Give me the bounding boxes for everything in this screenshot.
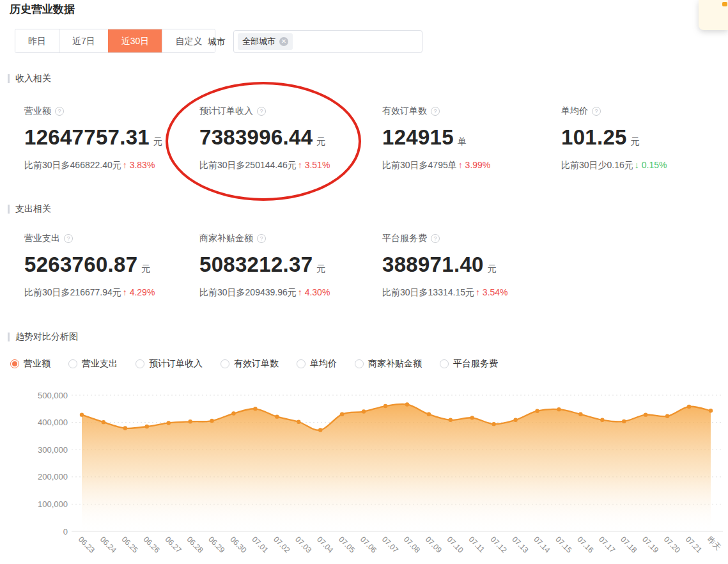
metric-value: 7383996.44 — [199, 125, 313, 150]
compare-delta: ↓ 0.15% — [635, 160, 667, 170]
help-icon[interactable]: ? — [55, 107, 64, 116]
metric-value: 5263760.87 — [24, 253, 137, 277]
help-icon[interactable]: ? — [64, 234, 73, 243]
tab-last-7-days[interactable]: 近7日 — [59, 29, 108, 52]
city-tag: 全部城市 ✕ — [238, 33, 293, 50]
help-icon[interactable]: ? — [431, 107, 440, 116]
svg-text:07.05: 07.05 — [337, 535, 357, 554]
metric-value: 12647757.31 — [24, 125, 150, 150]
radio-label: 营业额 — [24, 358, 50, 370]
compare-text: 比前30日多216677.94元 — [24, 287, 121, 297]
svg-text:07.07: 07.07 — [380, 535, 400, 554]
svg-text:07.16: 07.16 — [575, 535, 595, 554]
tag-close-icon[interactable]: ✕ — [279, 37, 288, 46]
metric-card-valid-orders: 有效订单数 ? 124915 单 比前30日多4795单↑ 3.99% — [382, 105, 490, 171]
metric-card-platform-service-fee: 平台服务费 ? 388971.40 元 比前30日多13314.15元↑ 3.5… — [382, 232, 508, 299]
radio-icon — [355, 359, 364, 368]
svg-text:07.09: 07.09 — [424, 535, 444, 554]
svg-text:07.18: 07.18 — [619, 535, 639, 554]
svg-text:200,000: 200,000 — [38, 472, 68, 482]
compare-text: 比前30日多250144.46元 — [199, 160, 297, 170]
svg-text:07.17: 07.17 — [597, 535, 617, 554]
city-select[interactable]: 全部城市 ✕ — [233, 30, 422, 53]
radio-icon — [297, 359, 306, 368]
help-icon[interactable]: ? — [592, 107, 601, 116]
radio-option-operating-expense[interactable]: 营业支出 — [68, 358, 118, 370]
radio-label: 营业支出 — [82, 358, 118, 370]
svg-text:100,000: 100,000 — [38, 499, 68, 509]
help-icon[interactable]: ? — [257, 107, 266, 116]
metric-card-merchant-subsidy: 商家补贴金额 ? 5083212.37 元 比前30日多209439.96元↑ … — [199, 232, 330, 299]
compare-text: 比前30日多4795单 — [382, 160, 457, 170]
metric-value: 101.25 — [561, 125, 627, 150]
metric-card-operating-expense: 营业支出 ? 5263760.87 元 比前30日多216677.94元↑ 4.… — [24, 232, 155, 299]
expense-section-header: 支出相关 — [8, 203, 51, 215]
compare-text: 比前30日多466822.40元 — [24, 160, 121, 170]
city-filter-label: 城市 — [208, 36, 226, 48]
income-section-title: 收入相关 — [15, 73, 51, 84]
svg-text:07.08: 07.08 — [402, 535, 422, 554]
svg-text:06.26: 06.26 — [142, 535, 162, 554]
radio-label: 单均价 — [310, 358, 337, 370]
metric-label: 预计订单收入 — [199, 106, 253, 117]
page-title: 历史营业数据 — [10, 2, 75, 17]
metric-label: 营业额 — [24, 106, 51, 117]
radio-option-merchant-subsidy[interactable]: 商家补贴金额 — [355, 358, 422, 370]
compare-delta: ↑ 3.83% — [123, 160, 155, 170]
metric-card-avg-order-price: 单均价 ? 101.25 元 比前30日少0.16元↓ 0.15% — [561, 105, 667, 171]
svg-text:昨天: 昨天 — [706, 535, 723, 552]
metric-card-estimated-order-income: 预计订单收入 ? 7383996.44 元 比前30日多250144.46元↑ … — [199, 105, 330, 171]
metric-value: 5083212.37 — [199, 253, 313, 277]
svg-text:06.23: 06.23 — [77, 535, 97, 554]
metric-value: 124915 — [382, 125, 454, 150]
svg-text:400,000: 400,000 — [38, 418, 68, 427]
svg-text:07.19: 07.19 — [640, 535, 660, 554]
trend-section-title: 趋势对比分析图 — [15, 331, 78, 343]
metric-unit: 元 — [316, 263, 325, 275]
radio-option-platform-service-fee[interactable]: 平台服务费 — [440, 358, 498, 370]
dashboard-page: 历史营业数据 昨日 近7日 近30日 自定义 城市 全部城市 ✕ 收入相关 营业… — [0, 0, 728, 564]
radio-label: 有效订单数 — [234, 358, 279, 370]
compare-delta: ↑ 4.29% — [123, 287, 155, 297]
radio-icon — [221, 359, 229, 368]
svg-text:06.29: 06.29 — [206, 535, 226, 554]
tab-yesterday[interactable]: 昨日 — [15, 29, 59, 52]
help-icon[interactable]: ? — [431, 234, 440, 243]
metric-label: 营业支出 — [24, 233, 60, 244]
svg-text:07.15: 07.15 — [554, 535, 573, 554]
trend-chart[interactable]: 0100,000200,000300,000400,000500,00006.2… — [0, 384, 728, 564]
section-marker — [8, 74, 10, 83]
compare-text: 比前30日多209439.96元 — [199, 287, 297, 297]
metric-unit: 元 — [316, 136, 325, 148]
date-range-tabs: 昨日 近7日 近30日 自定义 — [15, 29, 215, 53]
tab-custom-range[interactable]: 自定义 — [162, 29, 215, 52]
metric-card-revenue: 营业额 ? 12647757.31 元 比前30日多466822.40元↑ 3.… — [24, 105, 162, 171]
svg-text:07.11: 07.11 — [467, 535, 487, 554]
svg-text:06.24: 06.24 — [98, 535, 118, 554]
svg-text:07.06: 07.06 — [359, 535, 378, 554]
radio-option-valid-orders[interactable]: 有效订单数 — [221, 358, 279, 370]
radio-icon — [440, 359, 449, 368]
radio-option-estimated-order-income[interactable]: 预计订单收入 — [136, 358, 203, 370]
svg-text:07.10: 07.10 — [445, 535, 465, 554]
radio-icon — [68, 359, 77, 368]
radio-icon — [136, 359, 144, 368]
svg-text:500,000: 500,000 — [38, 391, 68, 400]
metric-unit: 元 — [153, 136, 162, 148]
city-tag-label: 全部城市 — [242, 36, 275, 47]
expense-section-title: 支出相关 — [15, 203, 51, 215]
svg-text:07.03: 07.03 — [293, 535, 313, 554]
tab-last-30-days[interactable]: 近30日 — [108, 29, 162, 52]
metric-label: 平台服务费 — [382, 233, 427, 244]
compare-delta: ↑ 3.99% — [458, 160, 491, 170]
svg-text:07.14: 07.14 — [532, 535, 552, 554]
svg-text:06.27: 06.27 — [164, 535, 183, 554]
metric-value: 388971.40 — [382, 253, 484, 277]
radio-label: 预计订单收入 — [149, 358, 203, 370]
svg-text:07.04: 07.04 — [315, 535, 335, 554]
help-icon[interactable]: ? — [257, 234, 266, 243]
radio-option-avg-order-price[interactable]: 单均价 — [297, 358, 337, 370]
metric-unit: 元 — [488, 263, 497, 275]
radio-option-revenue[interactable]: 营业额 — [10, 358, 50, 370]
compare-text: 比前30日多13314.15元 — [382, 287, 474, 297]
